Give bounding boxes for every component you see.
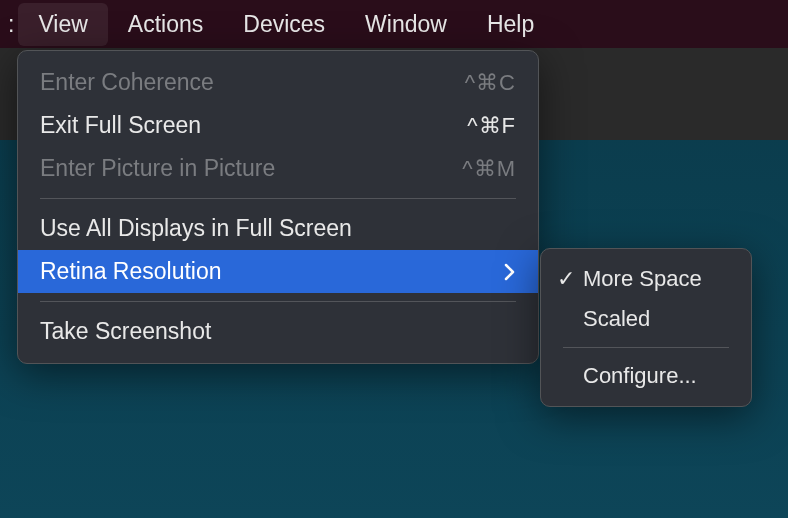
menu-item-retina-resolution[interactable]: Retina Resolution — [18, 250, 538, 293]
submenu-item-label: Configure... — [557, 363, 697, 389]
submenu-item-scaled[interactable]: Scaled — [541, 299, 751, 339]
menu-item-label: Exit Full Screen — [40, 112, 201, 139]
menubar-item-devices[interactable]: Devices — [223, 3, 345, 46]
submenu-item-configure[interactable]: Configure... — [541, 356, 751, 396]
menu-item-shortcut: ^⌘M — [462, 156, 516, 182]
checkmark-icon: ✓ — [557, 266, 583, 292]
menu-item-exit-full-screen[interactable]: Exit Full Screen ^⌘F — [18, 104, 538, 147]
menu-item-enter-picture-in-picture: Enter Picture in Picture ^⌘M — [18, 147, 538, 190]
chevron-right-icon — [504, 263, 516, 281]
submenu-item-label: ✓More Space — [557, 266, 702, 292]
apple-menu-edge: : — [8, 11, 18, 38]
menu-item-shortcut: ^⌘C — [465, 70, 516, 96]
menubar-item-actions[interactable]: Actions — [108, 3, 223, 46]
menu-item-enter-coherence: Enter Coherence ^⌘C — [18, 61, 538, 104]
retina-resolution-submenu: ✓More Space Scaled Configure... — [540, 248, 752, 407]
submenu-item-label: Scaled — [557, 306, 650, 332]
view-menu-dropdown: Enter Coherence ^⌘C Exit Full Screen ^⌘F… — [17, 50, 539, 364]
menubar-item-window[interactable]: Window — [345, 3, 467, 46]
menubar-item-help[interactable]: Help — [467, 3, 554, 46]
menu-item-label: Use All Displays in Full Screen — [40, 215, 352, 242]
menu-item-label: Take Screenshot — [40, 318, 211, 345]
menu-item-label: Retina Resolution — [40, 258, 222, 285]
menubar: : View Actions Devices Window Help — [0, 0, 788, 48]
menubar-item-view[interactable]: View — [18, 3, 107, 46]
menu-item-shortcut: ^⌘F — [467, 113, 516, 139]
menu-separator — [563, 347, 729, 348]
submenu-item-more-space[interactable]: ✓More Space — [541, 259, 751, 299]
menu-separator — [40, 198, 516, 199]
menu-item-label: Enter Picture in Picture — [40, 155, 275, 182]
menu-separator — [40, 301, 516, 302]
menu-item-label: Enter Coherence — [40, 69, 214, 96]
menu-item-take-screenshot[interactable]: Take Screenshot — [18, 310, 538, 353]
menu-item-use-all-displays[interactable]: Use All Displays in Full Screen — [18, 207, 538, 250]
